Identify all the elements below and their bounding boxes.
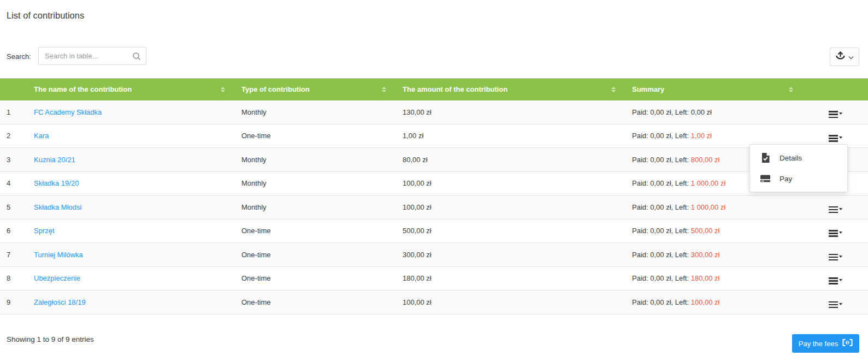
column-header-label: The name of the contribution <box>34 85 132 93</box>
summary-paid-text: Paid: 0,00 zł, Left: <box>632 179 691 187</box>
contribution-name-link[interactable]: Ubezpieczenie <box>34 274 80 282</box>
menu-item-pay[interactable]: Pay <box>750 168 847 189</box>
hamburger-icon <box>829 229 838 237</box>
contribution-name-link[interactable]: Kuznia 20/21 <box>34 156 75 164</box>
chevron-down-icon <box>848 53 854 61</box>
contribution-amount: 130,00 zł <box>396 100 625 124</box>
contribution-summary: Paid: 0,00 zł, Left: 100,00 zł <box>625 290 803 314</box>
row-index: 4 <box>0 171 27 195</box>
row-actions-button[interactable] <box>829 253 842 261</box>
contribution-name-link[interactable]: Sprzęt <box>34 227 55 235</box>
summary-left-value: 180,00 zł <box>691 274 720 282</box>
contribution-amount: 80,00 zł <box>396 148 625 172</box>
hamburger-icon <box>829 253 838 261</box>
row-actions-cell <box>803 100 868 124</box>
hamburger-icon <box>829 277 838 284</box>
contribution-name-cell: Składka Młodsi <box>27 195 235 219</box>
summary-paid-text: Paid: 0,00 zł, Left: <box>632 227 691 235</box>
menu-item-details[interactable]: Details <box>750 147 847 168</box>
row-actions-button[interactable] <box>829 301 842 308</box>
summary-paid-text: Paid: 0,00 zł, Left: <box>632 298 691 306</box>
hamburger-icon <box>829 110 838 118</box>
column-header-label: The amount of the contribution <box>403 85 507 93</box>
contribution-amount: 100,00 zł <box>396 290 625 314</box>
summary-left-value: 1 000,00 zł <box>691 179 726 187</box>
row-actions-menu: Details Pay <box>749 144 848 192</box>
search-box <box>38 47 146 65</box>
contribution-summary: Paid: 0,00 zł, Left: 1 000,00 zł <box>625 195 803 219</box>
table-row: 6 Sprzęt One-time 500,00 zł Paid: 0,00 z… <box>0 219 868 243</box>
pay-the-fees-label: Pay the fees <box>799 340 838 348</box>
row-index: 2 <box>0 124 27 148</box>
contribution-amount: 100,00 zł <box>396 195 625 219</box>
row-actions-button[interactable] <box>829 277 842 284</box>
column-header-actions <box>803 79 868 100</box>
contributions-page: List of contributions Search: The name o… <box>0 0 868 362</box>
column-header-summary[interactable]: Summary <box>625 79 803 100</box>
row-actions-button[interactable] <box>829 229 842 237</box>
caret-down-icon <box>839 303 842 305</box>
column-header-label: Type of contribution <box>241 85 310 93</box>
table-row: 5 Składka Młodsi Monthly 100,00 zł Paid:… <box>0 195 868 219</box>
entries-info: Showing 1 to 9 of 9 entries <box>7 335 94 343</box>
contribution-type: One-time <box>235 266 396 290</box>
contribution-name-cell: FC Academy Składka <box>27 100 235 124</box>
contribution-name-cell: Ubezpieczenie <box>27 266 235 290</box>
contribution-amount: 300,00 zł <box>396 243 625 267</box>
contribution-name-link[interactable]: FC Academy Składka <box>34 108 102 116</box>
contributions-table: The name of the contribution Type of con… <box>0 78 868 314</box>
row-index: 1 <box>0 100 27 124</box>
summary-left-value: 1 000,00 zł <box>691 203 726 211</box>
column-header-type[interactable]: Type of contribution <box>235 79 396 100</box>
contribution-type: Monthly <box>235 100 396 124</box>
contribution-type: Monthly <box>235 195 396 219</box>
document-check-icon <box>760 153 770 163</box>
summary-left-value: 800,00 zł <box>691 156 720 164</box>
row-actions-button[interactable] <box>829 110 842 118</box>
contribution-name-cell: Turniej Milówka <box>27 243 235 267</box>
summary-paid-text: Paid: 0,00 zł, Left: <box>632 108 691 116</box>
contribution-amount: 500,00 zł <box>396 219 625 243</box>
page-title: List of contributions <box>7 10 84 21</box>
caret-down-icon <box>839 256 842 258</box>
credit-card-icon <box>760 175 770 182</box>
summary-left-value: 1,00 zł <box>691 132 712 140</box>
hamburger-icon <box>829 301 838 308</box>
contribution-name-link[interactable]: Składka 19/20 <box>34 179 79 187</box>
search-icon <box>132 52 141 61</box>
row-actions-cell <box>803 195 868 219</box>
contribution-name-link[interactable]: Składka Młodsi <box>34 203 81 211</box>
sort-icon <box>221 87 225 92</box>
row-index: 9 <box>0 290 27 314</box>
table-row: 8 Ubezpieczenie One-time 180,00 zł Paid:… <box>0 266 868 290</box>
row-actions-button[interactable] <box>829 206 842 213</box>
contribution-name-cell: Kara <box>27 124 235 148</box>
contribution-name-cell: Zaległości 18/19 <box>27 290 235 314</box>
caret-down-icon <box>839 137 842 139</box>
search-input[interactable] <box>39 48 146 64</box>
column-header-name[interactable]: The name of the contribution <box>27 79 235 100</box>
row-actions-button[interactable] <box>829 134 842 142</box>
contribution-name-link[interactable]: Kara <box>34 132 49 140</box>
row-actions-cell <box>803 219 868 243</box>
summary-paid-text: Paid: 0,00 zł, Left: <box>632 132 691 140</box>
menu-item-label: Pay <box>780 175 792 183</box>
contribution-summary: Paid: 0,00 zł, Left: 300,00 zł <box>625 243 803 267</box>
contribution-amount: 1,00 zł <box>396 124 625 148</box>
table-row: 7 Turniej Milówka One-time 300,00 zł Pai… <box>0 243 868 267</box>
svg-text:$: $ <box>847 341 849 345</box>
contribution-name-cell: Kuznia 20/21 <box>27 148 235 172</box>
contribution-name-link[interactable]: Zaległości 18/19 <box>34 298 86 306</box>
contribution-name-link[interactable]: Turniej Milówka <box>34 251 83 259</box>
export-button[interactable] <box>830 48 859 66</box>
column-header-amount[interactable]: The amount of the contribution <box>396 79 625 100</box>
row-index: 7 <box>0 243 27 267</box>
pay-the-fees-button[interactable]: Pay the fees $ <box>792 334 859 353</box>
contribution-summary: Paid: 0,00 zł, Left: 0,00 zł <box>625 100 803 124</box>
banknote-icon: $ <box>842 339 853 348</box>
search-label: Search: <box>7 52 31 61</box>
contribution-summary: Paid: 0,00 zł, Left: 180,00 zł <box>625 266 803 290</box>
contribution-name-cell: Sprzęt <box>27 219 235 243</box>
column-header-index <box>0 79 27 100</box>
export-icon <box>835 51 846 62</box>
